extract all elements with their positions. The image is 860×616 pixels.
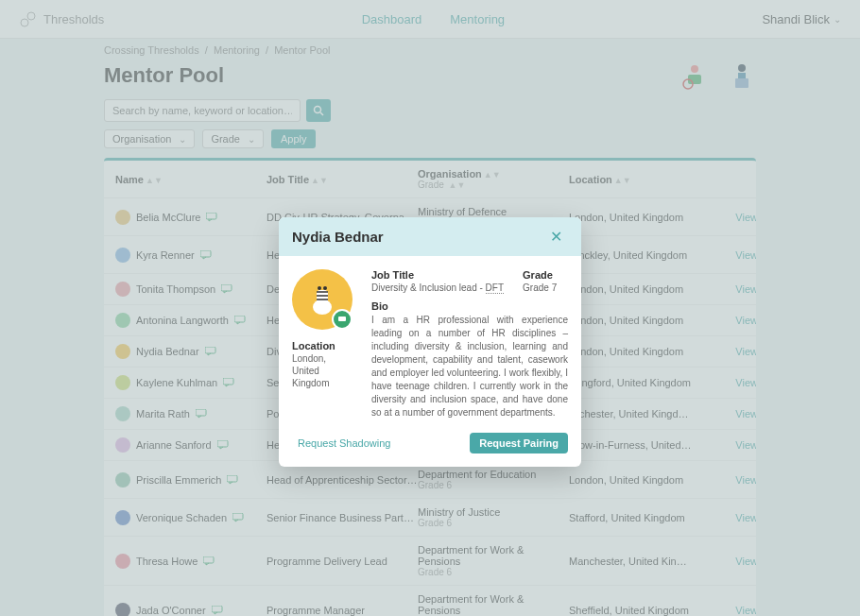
svg-point-29: [323, 286, 327, 290]
svg-point-28: [318, 286, 321, 290]
svg-rect-30: [338, 317, 346, 321]
message-icon: [332, 309, 353, 330]
modal-title: Nydia Bednar: [292, 229, 384, 245]
avatar: [292, 269, 353, 330]
modal-overlay[interactable]: Nydia Bednar ✕ Location London, United K…: [0, 0, 860, 616]
modal-location: Location London, United Kingdom: [292, 339, 358, 389]
close-button[interactable]: ✕: [544, 227, 568, 247]
modal-job: Diversity & Inclusion lead - DFT: [371, 282, 504, 293]
request-shadowing-button[interactable]: Request Shadowing: [292, 433, 396, 453]
modal-grade: Grade 7: [523, 282, 557, 293]
modal-bio: I am a HR professional with experience l…: [371, 314, 568, 419]
request-pairing-button[interactable]: Request Pairing: [470, 433, 568, 453]
mentor-modal: Nydia Bednar ✕ Location London, United K…: [279, 217, 581, 467]
